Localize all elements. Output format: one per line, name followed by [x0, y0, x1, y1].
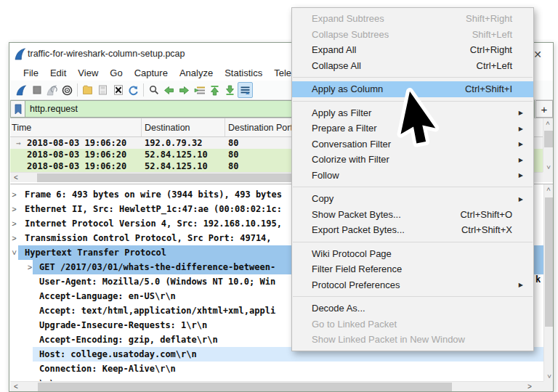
submenu-arrow-icon: ▶ — [519, 195, 523, 202]
add-filter-button[interactable]: + — [535, 100, 553, 118]
menu-item-export-packet-bytes[interactable]: Export Packet Bytes...Ctrl+Shift+X — [292, 222, 533, 238]
go-to-packet-icon[interactable] — [192, 82, 207, 98]
column-header-destination[interactable]: Destination — [142, 118, 225, 136]
menu-file[interactable]: File — [17, 68, 44, 78]
detail-row[interactable]: > Connection: Keep-Alive\r\n — [10, 362, 543, 376]
find-packet-icon[interactable] — [146, 82, 161, 98]
menu-item-copy[interactable]: Copy▶ — [292, 191, 533, 207]
cell-time: 2018-08-03 19:06:20 — [27, 161, 142, 171]
menu-item-collapse-all[interactable]: Collapse AllCtrl+Left — [292, 58, 533, 74]
menu-item-follow[interactable]: Follow▶ — [292, 168, 533, 184]
submenu-arrow-icon: ▶ — [519, 172, 523, 179]
expander-icon[interactable]: > — [10, 219, 18, 228]
scroll-left-icon[interactable]: < — [10, 382, 22, 391]
cell-time: 2018-08-03 19:06:20 — [27, 138, 142, 148]
menu-statistics[interactable]: Statistics — [219, 68, 268, 78]
expander-icon[interactable]: > — [10, 190, 18, 199]
expander-open-icon[interactable]: > — [10, 249, 19, 257]
stop-capture-icon[interactable] — [29, 82, 44, 98]
go-back-icon[interactable] — [161, 82, 177, 98]
menu-edit[interactable]: Edit — [44, 68, 72, 78]
close-file-icon[interactable] — [110, 82, 126, 98]
detail-text: Connection: Keep-Alive\r\n — [33, 362, 543, 376]
scroll-right-icon[interactable]: > — [524, 382, 535, 391]
save-file-icon[interactable] — [95, 82, 110, 98]
context-menu: Expand SubtreesShift+Right Collapse Subt… — [291, 7, 534, 351]
scroll-down-icon[interactable]: > — [543, 163, 553, 172]
menu-item-collapse-subtrees: Collapse SubtreesShift+Left — [292, 27, 533, 43]
go-forward-icon[interactable] — [177, 82, 192, 98]
cell-destination: 192.0.79.32 — [142, 138, 225, 148]
cell-destination: 52.84.125.10 — [142, 161, 225, 171]
menu-item-expand-all[interactable]: Expand AllCtrl+Right — [292, 42, 533, 58]
scroll-thumb[interactable] — [38, 383, 452, 391]
menu-separator — [293, 187, 533, 187]
packet-list-vscrollbar[interactable]: > > — [543, 118, 553, 172]
menu-view[interactable]: View — [72, 68, 104, 78]
first-packet-arrow-icon: → — [10, 139, 27, 148]
filter-bookmark-button[interactable] — [10, 100, 25, 118]
submenu-arrow-icon: ▶ — [519, 110, 523, 116]
open-file-folder-icon[interactable] — [80, 82, 95, 98]
auto-scroll-icon[interactable] — [238, 82, 253, 98]
submenu-arrow-icon: ▶ — [519, 156, 523, 163]
submenu-arrow-icon: ▶ — [519, 125, 523, 131]
menu-go[interactable]: Go — [104, 68, 128, 78]
bookmark-icon — [14, 104, 23, 115]
window-title: traffic-for-wireshark-column-setup.pcap — [28, 49, 185, 59]
menu-separator — [293, 77, 533, 78]
menu-item-decode-as[interactable]: Decode As... — [292, 301, 533, 317]
details-hscrollbar[interactable]: < > — [10, 381, 543, 391]
toolbar-separator — [77, 83, 78, 97]
scroll-down-icon[interactable]: > — [544, 372, 553, 381]
menu-item-show-packet-bytes[interactable]: Show Packet Bytes...Ctrl+Shift+O — [292, 207, 533, 223]
go-to-bottom-icon[interactable] — [222, 82, 238, 98]
reload-icon[interactable] — [126, 82, 141, 98]
toolbar-separator — [143, 83, 144, 97]
cell-time: 2018-08-03 19:06:20 — [27, 150, 142, 160]
start-capture-fin-icon[interactable] — [14, 82, 29, 98]
go-to-top-icon[interactable] — [207, 82, 222, 98]
expander-icon[interactable]: > — [10, 234, 18, 242]
scroll-up-icon[interactable]: > — [544, 184, 553, 194]
menu-analyze[interactable]: Analyze — [174, 68, 219, 78]
menu-item-filter-field-reference[interactable]: Filter Field Reference — [292, 261, 533, 277]
capture-options-icon[interactable] — [60, 82, 75, 98]
menu-item-expand-subtrees: Expand SubtreesShift+Right — [292, 11, 533, 27]
scroll-thumb[interactable] — [545, 197, 553, 327]
cell-destination: 52.84.125.10 — [142, 150, 225, 160]
expander-icon[interactable]: > — [27, 263, 33, 271]
restart-capture-icon[interactable] — [44, 82, 60, 98]
menu-item-go-to-linked-packet: Go to Linked Packet — [292, 317, 533, 332]
menu-item-protocol-preferences[interactable]: Protocol Preferences▶ — [292, 277, 533, 293]
submenu-arrow-icon: ▶ — [519, 141, 523, 147]
menu-separator — [293, 296, 533, 297]
expander-icon[interactable]: > — [10, 205, 18, 213]
mouse-cursor-icon — [398, 87, 455, 154]
menu-item-show-linked-packet-in-new-window: Show Linked Packet in New Window — [292, 332, 533, 348]
scroll-left-icon[interactable]: < — [10, 173, 22, 182]
scroll-up-icon[interactable]: > — [543, 118, 553, 128]
clipped-text-fragment: k — [535, 274, 541, 285]
menu-capture[interactable]: Capture — [129, 68, 174, 78]
submenu-arrow-icon: ▶ — [519, 282, 523, 288]
wireshark-fin-icon — [15, 48, 26, 60]
menu-separator — [293, 242, 533, 242]
scroll-thumb[interactable] — [544, 131, 553, 147]
details-vscrollbar[interactable]: > > — [543, 184, 553, 381]
menu-item-colorize-with-filter[interactable]: Colorize with Filter▶ — [292, 152, 533, 168]
menu-item-wiki-protocol-page[interactable]: Wiki Protocol Page — [292, 246, 533, 262]
column-header-time[interactable]: Time — [10, 118, 142, 136]
